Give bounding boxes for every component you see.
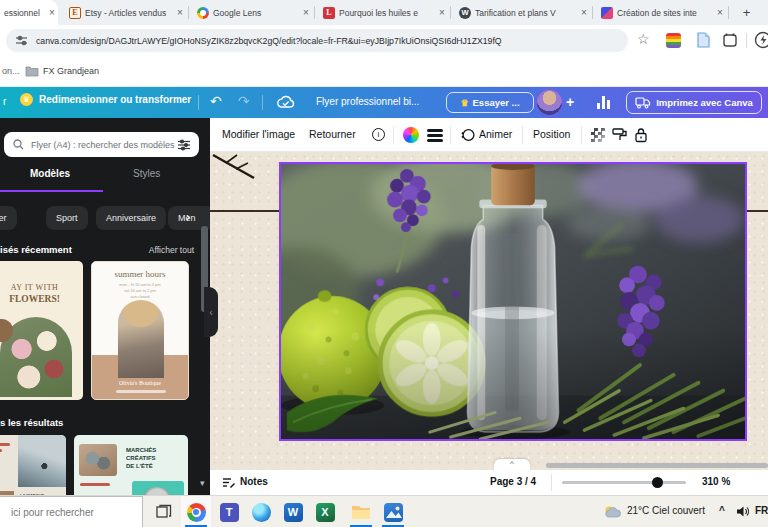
lock-icon[interactable]: [634, 127, 648, 143]
crown-icon: ♛: [20, 93, 33, 106]
search-icon: [13, 139, 24, 150]
word-icon: W: [284, 503, 303, 522]
avatar[interactable]: [537, 90, 562, 115]
tab-close-icon[interactable]: ×: [714, 7, 726, 18]
edit-image-button[interactable]: Modifier l'image: [222, 128, 295, 140]
resize-button[interactable]: ♛ Redimensionner ou transformer: [20, 93, 191, 106]
position-button[interactable]: Position: [533, 128, 570, 140]
taskbar-word-button[interactable]: W: [278, 496, 308, 527]
taskbar-chrome-button[interactable]: [181, 496, 211, 527]
adjust-icon[interactable]: [427, 129, 443, 145]
paint-roller-icon[interactable]: [612, 127, 628, 143]
tab-separator: [450, 6, 451, 19]
tab-tarification[interactable]: W Tarification et plans V ×: [452, 0, 590, 25]
template-market[interactable]: MARCHÉS CRÉATIFS DE L'ÉTÉ: [74, 435, 188, 495]
address-bar: canva.com/design/DAGJtrLAWYE/gIOHoNSyZIK…: [0, 25, 768, 56]
tab-close-icon[interactable]: ×: [436, 7, 448, 18]
tab-etsy[interactable]: E Etsy - Articles vendus ×: [62, 0, 186, 25]
notes-button[interactable]: Notes: [240, 476, 268, 487]
zoom-slider[interactable]: [562, 481, 686, 484]
taskbar-edge-button[interactable]: [246, 496, 276, 527]
template-surf[interactable]: LA MARQUE COSMÉTIQUE PRÉFÉRÉE DES SURFEU…: [0, 435, 66, 495]
chip-anniversaire[interactable]: Anniversaire: [96, 206, 166, 230]
bookmarks-bar: on... FX Grandjean: [0, 56, 768, 87]
design-canvas[interactable]: [210, 152, 768, 470]
doc-title[interactable]: Flyer professionnel bi...: [316, 96, 434, 107]
menu-fragment[interactable]: r: [3, 96, 6, 107]
scroll-down-icon[interactable]: ▾: [200, 478, 205, 488]
speaker-icon[interactable]: [736, 505, 750, 518]
search-input[interactable]: [29, 139, 178, 151]
taskbar-photos-button[interactable]: [378, 496, 408, 527]
tab-huiles[interactable]: L Pourquoi les huiles e ×: [316, 0, 448, 25]
tab-canva[interactable]: essionnel bi ×: [0, 0, 58, 25]
page-indicator: Page 3 / 4: [490, 476, 536, 487]
chips-scroll-chevron-icon[interactable]: ›: [186, 210, 190, 224]
tab-close-icon[interactable]: ×: [300, 7, 312, 18]
document-extension-icon[interactable]: [696, 32, 710, 49]
show-all-link[interactable]: Afficher tout: [149, 245, 194, 255]
side-panel-extension-icon[interactable]: [722, 32, 738, 48]
tab-close-icon[interactable]: ×: [174, 7, 186, 18]
tab-close-icon[interactable]: ×: [46, 7, 58, 18]
print-with-canva-button[interactable]: Imprimez avec Canva: [626, 91, 762, 114]
tab-styles[interactable]: Styles: [133, 168, 160, 179]
tab-google-lens[interactable]: Google Lens ×: [190, 0, 312, 25]
sidebar-collapse-handle[interactable]: ‹: [204, 287, 218, 337]
tab-modeles[interactable]: Modèles: [30, 168, 70, 179]
transparency-icon[interactable]: [591, 128, 605, 142]
add-member-button[interactable]: +: [566, 94, 574, 110]
chip-sport[interactable]: Sport: [46, 206, 88, 230]
bookmark-partial[interactable]: on...: [2, 66, 20, 76]
google-lens-icon: [197, 7, 209, 19]
template-text-line: [116, 390, 166, 393]
template-summer-hours[interactable]: summer hours mon - fri 10 am to 4 pm sat…: [91, 261, 189, 400]
hidden-icons-chevron-icon[interactable]: ^: [719, 505, 725, 516]
zoom-slider-knob[interactable]: [652, 477, 663, 488]
windows-search-box[interactable]: [0, 496, 143, 527]
tab-creation-sites[interactable]: Création de sites inte ×: [594, 0, 726, 25]
profile-extension-icon[interactable]: [754, 31, 768, 49]
weather-status[interactable]: 21°C Ciel couvert: [627, 505, 705, 516]
insights-chart-icon[interactable]: [596, 95, 612, 110]
template-text: AY IT WITH: [0, 283, 83, 292]
cloud-saved-icon[interactable]: [276, 95, 296, 110]
try-pro-button[interactable]: ♛ Essayer ...: [446, 92, 534, 113]
language-indicator[interactable]: FRA: [755, 505, 768, 516]
url-field[interactable]: canva.com/design/DAGJtrLAWYE/gIOHoNSyZIK…: [6, 29, 628, 52]
template-brand: Olivia's Boutique: [92, 380, 188, 386]
undo-icon[interactable]: ↶: [210, 93, 222, 109]
canvas-horizontal-scrollbar[interactable]: [546, 463, 768, 468]
windows-search-input[interactable]: [9, 506, 137, 519]
taskbar-explorer-button[interactable]: [346, 496, 376, 527]
redo-icon[interactable]: ↷: [238, 93, 250, 109]
flip-button[interactable]: Retourner: [309, 128, 356, 140]
divider: [551, 474, 552, 491]
zoom-level[interactable]: 310 %: [702, 476, 730, 487]
bookmark-star-icon[interactable]: ☆: [637, 31, 650, 47]
extension-colorful-icon[interactable]: [666, 33, 681, 48]
templates-sidebar: Modèles Styles yer Sport Anniversaire Me…: [0, 118, 210, 495]
folder-icon: [25, 65, 39, 77]
info-icon[interactable]: i: [372, 128, 385, 141]
taskbar-excel-button[interactable]: X: [310, 496, 340, 527]
filter-icon[interactable]: [178, 139, 190, 151]
task-view-button[interactable]: [149, 496, 179, 527]
weather-cloud-icon[interactable]: [603, 504, 622, 519]
product-photo[interactable]: [279, 162, 747, 441]
new-tab-button[interactable]: +: [737, 3, 756, 22]
color-wheel-icon[interactable]: [403, 127, 419, 143]
collapse-page-panel-button[interactable]: ^: [494, 459, 530, 471]
site-info-icon[interactable]: [15, 34, 28, 47]
bookmark-folder-label[interactable]: FX Grandjean: [43, 66, 99, 76]
taskbar-teams-button[interactable]: T: [214, 496, 244, 527]
animate-icon[interactable]: [460, 128, 475, 142]
url-text: canva.com/design/DAGJtrLAWYE/gIOHoNSyZIK…: [36, 36, 502, 46]
tab-title: Tarification et plans V: [475, 8, 574, 18]
template-search-field[interactable]: [4, 132, 199, 157]
chip-flyer[interactable]: yer: [0, 206, 17, 230]
tab-close-icon[interactable]: ×: [578, 7, 590, 18]
animate-button[interactable]: Animer: [479, 128, 512, 140]
chrome-icon: [187, 503, 206, 522]
template-flowers[interactable]: AY IT WITH FLOWERS!: [0, 261, 83, 400]
